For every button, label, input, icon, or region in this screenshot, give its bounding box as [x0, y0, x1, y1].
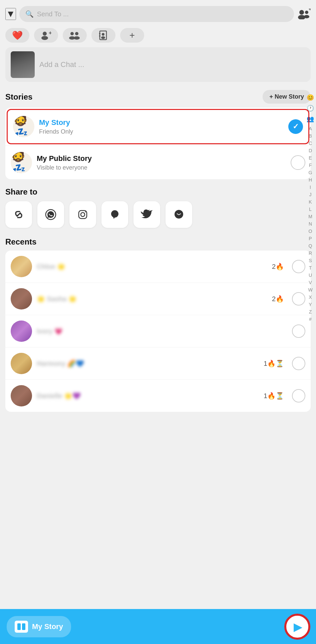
- recent-item-danielle[interactable]: Danielle 🌟💜 1🔥⏳: [5, 380, 311, 412]
- svg-rect-14: [99, 35, 100, 37]
- share-to-section: Share to: [0, 185, 316, 235]
- svg-point-22: [111, 210, 118, 218]
- my-public-story-radio[interactable]: [291, 155, 305, 170]
- add-friend-button[interactable]: +: [34, 28, 58, 43]
- address-book-button[interactable]: [91, 28, 115, 43]
- svg-text:+: +: [309, 9, 311, 12]
- my-story-info: My Story Friends Only: [39, 118, 284, 135]
- add-button[interactable]: +: [120, 28, 144, 43]
- messenger-icon: [173, 208, 185, 221]
- message-icon: [108, 208, 121, 221]
- recent-item-harmony[interactable]: Harmony 🌈💙 1🔥⏳: [5, 347, 311, 380]
- search-icon: 🔍: [25, 10, 34, 18]
- alpha-K[interactable]: K: [309, 199, 312, 206]
- alpha-M[interactable]: M: [308, 213, 312, 220]
- svg-rect-28: [22, 623, 25, 630]
- svg-rect-27: [17, 623, 21, 630]
- harmony-badge: 1🔥⏳: [264, 359, 284, 367]
- alpha-R[interactable]: R: [309, 250, 312, 257]
- alpha-L[interactable]: L: [309, 206, 312, 213]
- my-story-check[interactable]: ✓: [288, 119, 303, 134]
- svg-point-16: [101, 36, 105, 39]
- bottom-send-button[interactable]: ▶: [285, 615, 309, 639]
- my-story-name: My Story: [39, 118, 284, 127]
- my-story-avatar: 🧔💤: [13, 116, 34, 137]
- chevron-down-button[interactable]: ▼: [5, 8, 16, 20]
- my-public-story-name: My Public Story: [37, 154, 286, 163]
- alpha-T[interactable]: T: [309, 265, 312, 272]
- share-message-button[interactable]: [101, 201, 128, 228]
- search-placeholder: Send To ...: [37, 10, 69, 18]
- stories-card: 🧔💤 My Story Friends Only ✓ 🧔💤 My Public …: [5, 108, 311, 179]
- chat-thumbnail: [11, 51, 35, 78]
- alpha-O[interactable]: O: [309, 228, 312, 235]
- ivory-avatar: [11, 321, 32, 342]
- recents-title: Recents: [5, 237, 311, 247]
- alpha-J[interactable]: J: [309, 191, 312, 198]
- recents-section: Recents Chloe 🌟 2🔥 🌟 Sasha 🌟 2🔥 Ivory 💗 …: [0, 235, 316, 412]
- sasha-radio[interactable]: [292, 292, 305, 306]
- checkmark-icon: ✓: [293, 122, 299, 131]
- add-friend-icon: +: [41, 31, 51, 40]
- new-story-button[interactable]: + New Story: [263, 90, 311, 104]
- bottom-my-story-button[interactable]: My Story: [7, 616, 71, 637]
- ivory-radio[interactable]: [292, 324, 305, 338]
- my-public-story-item[interactable]: 🧔💤 My Public Story Visible to everyone: [5, 146, 311, 179]
- harmony-avatar: [11, 353, 32, 374]
- danielle-radio[interactable]: [292, 389, 305, 402]
- my-public-story-sub: Visible to everyone: [37, 164, 286, 171]
- share-twitter-button[interactable]: [133, 201, 160, 228]
- harmony-radio[interactable]: [292, 357, 305, 370]
- header: ▼ 🔍 Send To ... +: [0, 0, 316, 25]
- my-story-item[interactable]: 🧔💤 My Story Friends Only ✓: [7, 109, 309, 144]
- chloe-name: Chloe 🌟: [37, 263, 267, 271]
- bottom-story-label: My Story: [32, 622, 63, 631]
- share-instagram-button[interactable]: [69, 201, 96, 228]
- share-icons-row: [5, 201, 311, 233]
- share-messenger-button[interactable]: [166, 201, 192, 228]
- chloe-radio[interactable]: [292, 260, 305, 273]
- story-thumbnail-icon: [15, 621, 28, 633]
- alpha-I[interactable]: I: [310, 184, 311, 191]
- story-book-icon: [17, 623, 26, 631]
- svg-point-8: [70, 32, 74, 35]
- search-bar[interactable]: 🔍 Send To ...: [19, 6, 294, 22]
- alpha-S[interactable]: S: [309, 257, 312, 264]
- recent-item-chloe[interactable]: Chloe 🌟 2🔥: [5, 251, 311, 283]
- alpha-U[interactable]: U: [309, 272, 312, 279]
- alpha-Z[interactable]: Z: [309, 309, 312, 316]
- share-link-button[interactable]: [5, 201, 32, 228]
- svg-point-3: [304, 15, 309, 18]
- link-icon: [12, 208, 25, 221]
- alpha-W[interactable]: W: [308, 287, 312, 294]
- my-story-sub: Friends Only: [39, 128, 284, 135]
- svg-rect-13: [99, 33, 100, 34]
- chloe-avatar: [11, 256, 32, 277]
- send-arrow-icon: ▶: [294, 620, 302, 633]
- alpha-V[interactable]: V: [309, 279, 312, 286]
- share-whatsapp-button[interactable]: [37, 201, 64, 228]
- plus-icon: +: [129, 30, 135, 41]
- alpha-Q[interactable]: Q: [309, 243, 312, 250]
- recent-item-ivory[interactable]: Ivory 💗: [5, 315, 311, 347]
- recents-card: Chloe 🌟 2🔥 🌟 Sasha 🌟 2🔥 Ivory 💗 Harmony …: [5, 251, 311, 412]
- alpha-X[interactable]: X: [309, 294, 312, 301]
- alpha-hash[interactable]: #: [309, 316, 312, 323]
- sasha-badge: 2🔥: [272, 295, 284, 303]
- alpha-N[interactable]: N: [309, 221, 312, 228]
- alpha-Y[interactable]: Y: [309, 301, 312, 308]
- instagram-icon: [76, 208, 89, 221]
- alpha-P[interactable]: P: [309, 235, 312, 242]
- group-button[interactable]: [63, 28, 87, 43]
- recent-item-sasha[interactable]: 🌟 Sasha 🌟 2🔥: [5, 283, 311, 315]
- emoji-icon[interactable]: 😊: [307, 93, 314, 102]
- svg-point-15: [102, 33, 104, 36]
- add-friends-button[interactable]: +: [297, 9, 311, 19]
- twitter-icon: [140, 208, 153, 221]
- chevron-down-icon: ▼: [6, 9, 15, 19]
- stories-title: Stories: [5, 92, 32, 102]
- quick-actions-row: ❤️ + +: [0, 25, 316, 47]
- add-chat-section[interactable]: Add a Chat ...: [5, 47, 311, 82]
- heart-button[interactable]: ❤️: [5, 28, 29, 43]
- svg-point-20: [81, 213, 85, 217]
